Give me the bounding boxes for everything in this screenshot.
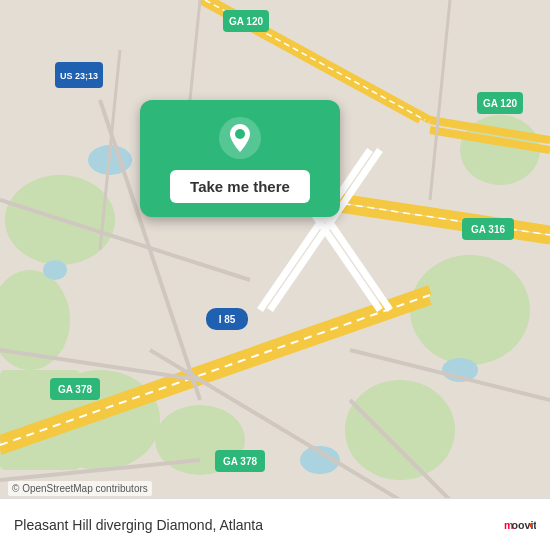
- svg-text:I 85: I 85: [219, 314, 236, 325]
- moovit-logo-icon: m oovit: [504, 509, 536, 541]
- svg-text:GA 316: GA 316: [471, 224, 506, 235]
- map-container: US 23;13 GA 120 GA 120 GA 316 I 85 GA 37…: [0, 0, 550, 550]
- osm-credit: © OpenStreetMap contributors: [8, 481, 152, 496]
- map-background: US 23;13 GA 120 GA 120 GA 316 I 85 GA 37…: [0, 0, 550, 550]
- svg-point-5: [345, 380, 455, 480]
- svg-text:oovit: oovit: [511, 519, 536, 531]
- take-me-there-button[interactable]: Take me there: [170, 170, 310, 203]
- svg-text:US 23;13: US 23;13: [60, 71, 98, 81]
- info-bar: Pleasant Hill diverging Diamond, Atlanta…: [0, 498, 550, 550]
- moovit-logo: m oovit: [504, 509, 536, 541]
- location-label: Pleasant Hill diverging Diamond, Atlanta: [14, 517, 263, 533]
- svg-point-3: [410, 255, 530, 365]
- location-pin-icon: [218, 116, 262, 160]
- svg-point-53: [235, 129, 245, 139]
- svg-text:GA 120: GA 120: [483, 98, 518, 109]
- svg-point-10: [43, 260, 67, 280]
- svg-text:GA 120: GA 120: [229, 16, 264, 27]
- svg-text:GA 378: GA 378: [223, 456, 258, 467]
- action-card: Take me there: [140, 100, 340, 217]
- svg-text:GA 378: GA 378: [58, 384, 93, 395]
